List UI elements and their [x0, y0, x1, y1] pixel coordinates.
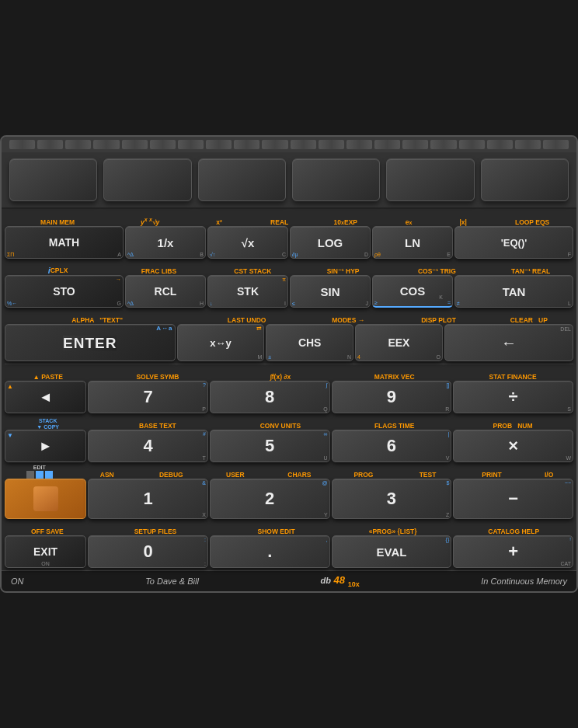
f6-key[interactable]	[481, 158, 569, 201]
vent-rib	[122, 140, 148, 149]
row7-labels: OFF SAVE SETUP FILES SHOW EDIT «PROG» {L…	[5, 521, 573, 535]
log-key[interactable]: LOG ∂μ D	[290, 226, 371, 259]
stk-key[interactable]: STK π ↓ I	[207, 275, 288, 308]
f3-key[interactable]	[198, 158, 286, 201]
section-row1: MAIN MEM yx x√y x² REAL 10x EXP ex |x| L…	[5, 212, 573, 259]
label-cst-stack: CST STACK	[207, 267, 299, 275]
row4-keys: ◄ ▲ 7 ? P 8 ∫ Q 9 [] R	[5, 381, 573, 413]
sin-key[interactable]: SIN ≤ J	[290, 275, 371, 308]
label-conv-units: CONV UNITS	[224, 422, 336, 430]
vent-rib	[430, 140, 456, 149]
vent-rib	[402, 140, 428, 149]
row7-keys: EXIT ON 0 : : . , EVAL {} +	[5, 535, 573, 568]
vent-rib	[178, 140, 204, 149]
key-8[interactable]: 8 ∫ Q	[210, 381, 330, 413]
f1-key[interactable]	[9, 158, 97, 201]
key-5[interactable]: 5 ∞ U	[210, 430, 330, 462]
status-logo: db 48 10x	[320, 574, 359, 588]
label-catalog-help: CATALOG HELP	[454, 528, 573, 535]
xy-swap-key[interactable]: x↔y ⇄ M	[177, 324, 265, 361]
label-io: I/O	[524, 471, 573, 479]
vent-rib	[262, 140, 287, 149]
row3-keys: ENTER A↔a x↔y ⇄ M CHS ± N EEX 4 O	[5, 324, 573, 361]
label-test: TEST	[396, 471, 459, 479]
ln-key[interactable]: LN ρθ E	[372, 226, 453, 259]
row6-keys: 1 & X 2 @ Y 3 $ Z − −−	[5, 479, 573, 519]
vent-rib	[37, 140, 63, 149]
exit-key[interactable]: EXIT ON	[5, 535, 86, 568]
chs-key[interactable]: CHS ± N	[266, 324, 353, 361]
math-key[interactable]: MATH ΣΠ A	[5, 226, 124, 259]
section-row2: i CPLX FRAC LIBS CST STACK SIN⁻¹ HYP COS…	[5, 261, 573, 308]
key-2[interactable]: 2 @ Y	[210, 479, 330, 519]
vent-rib	[150, 140, 176, 149]
row2-labels: i CPLX FRAC LIBS CST STACK SIN⁻¹ HYP COS…	[5, 261, 573, 275]
vent-rib	[543, 140, 569, 149]
label-tan-inv-real: TAN⁻¹ REAL	[488, 267, 573, 275]
vent-rib	[234, 140, 259, 149]
label-base-text: BASE TEXT	[92, 422, 222, 430]
label-stat-finance: STAT FINANCE	[452, 373, 573, 381]
left-arrow-key[interactable]: ◄ ▲	[5, 381, 86, 413]
add-key[interactable]: + ! CAT	[453, 535, 573, 568]
eex-key[interactable]: EEX 4 O	[355, 324, 443, 361]
label-last-undo: LAST UNDO	[191, 316, 302, 324]
label-cos-inv-trig: COS⁻¹ TRIG	[387, 267, 486, 275]
separator1	[5, 364, 573, 364]
key-0[interactable]: 0 : :	[88, 535, 208, 568]
label-edit: EDIT	[5, 465, 75, 479]
top-vents	[2, 137, 576, 152]
decimal-key[interactable]: . ,	[210, 535, 330, 568]
status-on: ON	[11, 576, 24, 586]
key-9[interactable]: 9 [] R	[332, 381, 452, 413]
label-frac-libs: FRAC LIBS	[113, 267, 205, 275]
label-chars: CHARS	[268, 471, 331, 479]
label-asn: ASN	[76, 471, 139, 479]
key-7[interactable]: 7 ? P	[88, 381, 208, 413]
f4-key[interactable]	[292, 158, 380, 201]
right-arrow-key[interactable]: ► ▼	[5, 430, 86, 462]
inv-x-key[interactable]: 1/x ^Δ B	[125, 226, 206, 259]
row5-keys: ► ▼ 4 # T 5 ∞ U 6 | V	[5, 430, 573, 462]
key-6[interactable]: 6 | V	[332, 430, 452, 462]
enter-key[interactable]: ENTER A↔a	[5, 324, 176, 361]
label-solve-symb: SOLVE SYMB	[92, 373, 222, 381]
label-loop-eqs: LOOP EQS	[491, 218, 573, 226]
divide-key[interactable]: ÷ S	[453, 381, 573, 413]
label-setup-files: SETUP FILES	[92, 528, 220, 535]
vent-rib	[459, 140, 485, 149]
orange-key[interactable]	[5, 479, 86, 519]
sqrt-key[interactable]: √x √↑ C	[207, 226, 288, 259]
label-prob-num: PROB NUM	[452, 422, 573, 430]
subtract-key[interactable]: − −−	[453, 479, 573, 519]
section-row5: STACK▼ COPY BASE TEXT CONV UNITS FLAGS T…	[5, 416, 573, 462]
tan-key[interactable]: TAN ≠ L	[454, 275, 573, 308]
rcl-key[interactable]: RCL ^Δ H	[125, 275, 206, 308]
label-cplx: i CPLX	[5, 266, 111, 275]
label-absx: |x|	[437, 218, 489, 226]
key-1[interactable]: 1 & X	[88, 479, 208, 519]
cos-key[interactable]: COS ≥ = K	[372, 275, 453, 308]
row1-keys: MATH ΣΠ A 1/x ^Δ B √x √↑ C LOG ∂μ D	[5, 226, 573, 259]
eq-key[interactable]: 'EQ()' F	[454, 226, 573, 259]
label-paste: ▲ PASTE	[5, 373, 91, 381]
label-10x-exp: 10x EXP	[310, 218, 381, 226]
sto-key[interactable]: STO → %← G	[5, 275, 124, 308]
eval-key[interactable]: EVAL {}	[332, 535, 452, 568]
main-keypad: MAIN MEM yx x√y x² REAL 10x EXP ex |x| L…	[2, 209, 576, 568]
f2-key[interactable]	[103, 158, 191, 201]
row3-labels: ALPHA "TEXT" LAST UNDO MODES → DISP PLOT…	[5, 310, 573, 324]
key-4[interactable]: 4 # T	[88, 430, 208, 462]
section-row3: ALPHA "TEXT" LAST UNDO MODES → DISP PLOT…	[5, 310, 573, 361]
calculator: MAIN MEM yx x√y x² REAL 10x EXP ex |x| L…	[0, 135, 578, 593]
vent-rib	[65, 140, 91, 149]
label-disp-plot: DISP PLOT	[394, 316, 482, 324]
status-bar: ON To Dave & Bill db 48 10x In Continuou…	[2, 570, 576, 591]
label-show-edit: SHOW EDIT	[221, 528, 332, 535]
key-3[interactable]: 3 $ Z	[332, 479, 452, 519]
backspace-key[interactable]: ← DEL	[444, 324, 573, 361]
label-matrix-vec: MATRIX VEC	[338, 373, 451, 381]
vent-rib	[319, 140, 344, 149]
f5-key[interactable]	[386, 158, 474, 201]
multiply-key[interactable]: × W	[453, 430, 573, 462]
